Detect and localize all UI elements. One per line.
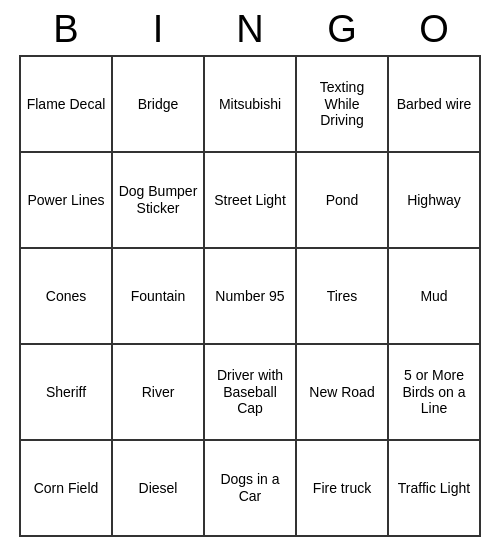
bingo-cell-3: Texting While Driving: [297, 57, 389, 153]
bingo-cell-16: River: [113, 345, 205, 441]
bingo-cell-23: Fire truck: [297, 441, 389, 537]
bingo-cell-19: 5 or More Birds on a Line: [389, 345, 481, 441]
bingo-letter: I: [112, 8, 204, 51]
bingo-cell-4: Barbed wire: [389, 57, 481, 153]
bingo-cell-20: Corn Field: [21, 441, 113, 537]
bingo-cell-9: Highway: [389, 153, 481, 249]
bingo-cell-8: Pond: [297, 153, 389, 249]
bingo-cell-5: Power Lines: [21, 153, 113, 249]
bingo-cell-15: Sheriff: [21, 345, 113, 441]
bingo-cell-11: Fountain: [113, 249, 205, 345]
bingo-letter: N: [204, 8, 296, 51]
bingo-cell-7: Street Light: [205, 153, 297, 249]
bingo-cell-24: Traffic Light: [389, 441, 481, 537]
bingo-header: BINGO: [20, 0, 480, 55]
bingo-cell-17: Driver with Baseball Cap: [205, 345, 297, 441]
bingo-letter: O: [388, 8, 480, 51]
bingo-cell-0: Flame Decal: [21, 57, 113, 153]
bingo-cell-18: New Road: [297, 345, 389, 441]
bingo-cell-10: Cones: [21, 249, 113, 345]
bingo-cell-13: Tires: [297, 249, 389, 345]
bingo-cell-2: Mitsubishi: [205, 57, 297, 153]
bingo-grid: Flame DecalBridgeMitsubishiTexting While…: [19, 55, 481, 537]
bingo-cell-6: Dog Bumper Sticker: [113, 153, 205, 249]
bingo-cell-12: Number 95: [205, 249, 297, 345]
bingo-cell-1: Bridge: [113, 57, 205, 153]
bingo-cell-22: Dogs in a Car: [205, 441, 297, 537]
bingo-letter: G: [296, 8, 388, 51]
bingo-letter: B: [20, 8, 112, 51]
bingo-cell-14: Mud: [389, 249, 481, 345]
bingo-cell-21: Diesel: [113, 441, 205, 537]
